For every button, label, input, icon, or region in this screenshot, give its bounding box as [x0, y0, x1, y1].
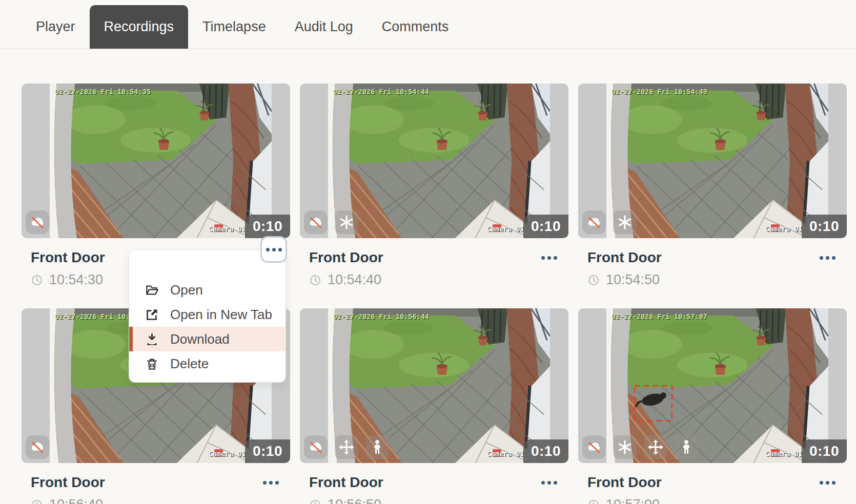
recording-time: 10:57:00	[606, 497, 660, 504]
garden-camera-scene	[328, 83, 550, 238]
trash-icon	[145, 357, 159, 371]
duration-badge: 0:10	[523, 439, 568, 463]
badge-asterisk	[335, 211, 358, 234]
tab-comments[interactable]: Comments	[368, 5, 463, 49]
badge-cloud-off	[582, 211, 606, 234]
asterisk-icon	[616, 438, 634, 456]
camera-name-label: Camera 01	[487, 225, 524, 233]
camera-osd-timestamp: 02-27-2026 Fri 10:57:07	[612, 312, 707, 321]
recording-card: 02-27-2026 Fri 10:57:07 Camera 01 0:10 F…	[578, 308, 847, 504]
camera-frame: 02-27-2026 Fri 10:54:49 Camera 01	[606, 83, 828, 238]
recording-time: 10:56:40	[49, 497, 103, 504]
badge-cloud-off	[582, 435, 606, 459]
badge-asterisk	[613, 211, 637, 234]
badge-row	[582, 435, 698, 459]
badge-asterisk	[613, 435, 637, 459]
move-icon	[338, 438, 355, 456]
badge-row	[26, 211, 49, 234]
clock-icon	[587, 274, 600, 286]
card-meta: Front Door 10:54:40	[300, 238, 568, 288]
recording-card: 02-27-2026 Fri 10:54:44 Camera 01 0:10 F…	[300, 83, 568, 287]
camera-name-label: Camera 01	[487, 450, 524, 458]
recording-title: Front Door	[309, 474, 383, 491]
menu-item-delete[interactable]: Delete	[129, 351, 286, 376]
camera-osd-timestamp: 02-27-2026 Fri 10:54:49	[612, 88, 707, 96]
badge-row	[582, 211, 637, 234]
more-options-button[interactable]	[816, 474, 839, 491]
duration-badge: 0:10	[802, 439, 847, 463]
camera-osd-timestamp: 02-27-2026 Fri 10:54:44	[333, 88, 429, 96]
badge-person	[365, 435, 389, 459]
menu-item-label: Download	[170, 331, 230, 347]
recording-time: 10:54:50	[606, 272, 660, 288]
clock-icon	[309, 499, 321, 504]
badge-cloud-off	[26, 435, 49, 459]
recording-thumbnail[interactable]: 02-27-2026 Fri 10:54:49 Camera 01 0:10	[578, 83, 847, 238]
card-meta: Front Door 10:56:40	[22, 463, 290, 504]
more-options-button[interactable]	[538, 474, 560, 491]
cloud-off-icon	[29, 214, 46, 231]
recording-thumbnail[interactable]: 02-27-2026 Fri 10:57:07 Camera 01 0:10	[578, 308, 847, 463]
menu-item-label: Delete	[170, 356, 209, 372]
badge-cloud-off	[26, 211, 49, 234]
duration-badge: 0:10	[523, 215, 568, 238]
recording-thumbnail[interactable]: 02-27-2026 Fri 10:56:44 Camera 01 0:10	[300, 308, 568, 463]
more-options-button[interactable]	[816, 249, 839, 266]
recording-title: Front Door	[587, 474, 662, 491]
menu-item-download[interactable]: Download	[129, 327, 286, 351]
more-options-button[interactable]	[259, 474, 282, 491]
camera-name-label: Camera 01	[209, 450, 246, 458]
recording-time: 10:54:30	[49, 272, 103, 288]
tab-audit-log[interactable]: Audit Log	[280, 5, 368, 49]
cloud-off-icon	[585, 214, 603, 231]
camera-name-label: Camera 01	[765, 450, 803, 458]
recording-title: Front Door	[31, 474, 105, 491]
recording-thumbnail[interactable]: 02-27-2026 Fri 10:54:35 Camera 01 0:10	[22, 83, 290, 238]
recording-card: 02-27-2026 Fri 10:54:49 Camera 01 0:10 F…	[578, 83, 847, 287]
camera-osd-timestamp: 02-27-2026 Fri 10:56:44	[333, 312, 429, 321]
card-meta: Front Door 10:57:00	[578, 463, 847, 504]
cloud-off-icon	[585, 438, 603, 456]
clock-icon	[31, 499, 43, 504]
badge-row	[26, 435, 49, 459]
clock-icon	[31, 274, 43, 286]
recording-card: 02-27-2026 Fri 10:56:44 Camera 01 0:10 F…	[300, 308, 568, 504]
duration-badge: 0:10	[245, 215, 290, 238]
asterisk-icon	[338, 214, 355, 231]
badge-row	[304, 435, 389, 459]
external-link-icon	[145, 308, 159, 322]
menu-item-label: Open in New Tab	[170, 307, 272, 323]
tab-recordings[interactable]: Recordings	[90, 5, 189, 49]
recording-thumbnail[interactable]: 02-27-2026 Fri 10:54:44 Camera 01 0:10	[300, 83, 568, 238]
badge-row	[304, 211, 358, 234]
recording-title: Front Door	[309, 249, 383, 266]
badge-person	[675, 435, 698, 459]
more-options-button[interactable]	[260, 236, 287, 263]
duration-badge: 0:10	[802, 215, 847, 238]
badge-cloud-off	[304, 211, 328, 234]
cloud-off-icon	[307, 214, 324, 231]
camera-name-label: Camera 01	[765, 225, 803, 233]
card-meta: Front Door 10:54:50	[578, 238, 847, 288]
clock-icon	[587, 499, 600, 504]
tab-timelapse[interactable]: Timelapse	[188, 5, 280, 49]
recording-title: Front Door	[31, 249, 105, 266]
camera-frame: 02-27-2026 Fri 10:54:35 Camera 01	[50, 83, 272, 238]
recording-time: 10:56:50	[328, 497, 381, 504]
more-options-button[interactable]	[538, 249, 560, 266]
person-icon	[369, 438, 386, 456]
cloud-off-icon	[29, 438, 46, 456]
badge-move	[335, 435, 358, 459]
camera-osd-timestamp: 02-27-2026 Fri 10:54:35	[55, 88, 151, 96]
tab-player[interactable]: Player	[22, 5, 90, 49]
download-icon	[145, 332, 159, 346]
card-meta: Front Door 10:56:50	[300, 463, 568, 504]
duration-badge: 0:10	[245, 439, 290, 463]
recording-title: Front Door	[587, 249, 662, 266]
person-icon	[678, 438, 695, 456]
badge-cloud-off	[304, 435, 328, 459]
cloud-off-icon	[307, 438, 324, 456]
menu-item-open-new-tab[interactable]: Open in New Tab	[129, 302, 286, 327]
clock-icon	[309, 274, 321, 286]
asterisk-icon	[616, 214, 634, 231]
